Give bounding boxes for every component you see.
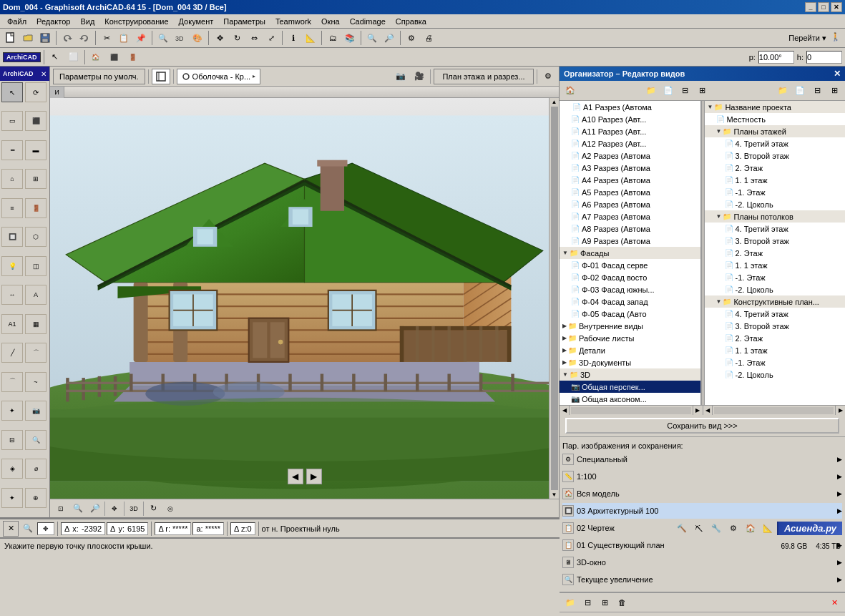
tree-r-ceilm2[interactable]: 📄 -2. Цоколь	[705, 283, 846, 295]
tool-label[interactable]: A1	[1, 314, 23, 334]
nav-right[interactable]: ▶	[306, 469, 322, 484]
tree-r-ceil3[interactable]: 📄 3. Второй этаж	[705, 235, 846, 247]
hscroll-track[interactable]	[571, 407, 691, 414]
rotate-orbit[interactable]: ↻	[145, 501, 161, 517]
menu-construct[interactable]: Конструирование	[100, 16, 172, 27]
org-view3[interactable]: ⊟	[678, 83, 693, 99]
tree-r-floor4[interactable]: 📄 4. Третий этаж	[705, 137, 846, 150]
menu-view[interactable]: Вид	[76, 16, 99, 27]
params-special[interactable]: ⚙ Специальный ▶	[562, 451, 842, 467]
tb-library[interactable]: 📚	[342, 30, 358, 46]
menu-edit[interactable]: Редактор	[32, 16, 74, 27]
tree-r-str4[interactable]: 📄 4. Третий этаж	[705, 308, 846, 320]
tree-item-interior[interactable]: ▶ 📁 Внутренние виды	[560, 320, 700, 332]
org-view4[interactable]: ⊞	[695, 83, 710, 99]
tool-arrow[interactable]: ↖	[1, 82, 23, 102]
tool-hotspot[interactable]: ✦	[1, 401, 23, 421]
tool-column[interactable]: ⬛	[25, 111, 47, 131]
org-r-view3[interactable]: ⊟	[809, 83, 825, 99]
tool-lamp[interactable]: 💡	[1, 256, 23, 276]
tree-item-f02[interactable]: 📄 Ф-02 Фасад восто	[560, 271, 700, 283]
maximize-button[interactable]: □	[818, 2, 829, 12]
tree-item-perspective[interactable]: 📷 Общая перспек...	[560, 381, 700, 393]
tree-item-a5[interactable]: 📄 А5 Разрез (Автома	[560, 186, 700, 198]
menu-cadimage[interactable]: Cadimage	[346, 16, 390, 27]
bt-r3[interactable]: 🔧	[708, 521, 724, 537]
tb-cut[interactable]: ✂	[99, 30, 114, 46]
tb-rotate[interactable]: ↻	[229, 30, 245, 46]
tree-r-str3[interactable]: 📄 3. Второй этаж	[705, 320, 846, 332]
tool-window[interactable]: 🔲	[1, 227, 23, 247]
bt-zoom[interactable]: 🔍	[20, 521, 36, 537]
save-view-button[interactable]: Сохранить вид >>>	[565, 418, 839, 434]
specs-btn3[interactable]: ⊞	[597, 595, 612, 610]
tb-redo[interactable]	[77, 30, 92, 46]
tb-render[interactable]: 🎨	[190, 30, 205, 46]
tree-r-project[interactable]: ▼ 📁 Название проекта	[705, 101, 846, 113]
tb-open[interactable]	[20, 30, 36, 46]
select-tool[interactable]: ↖	[47, 49, 63, 65]
tree-item-f03[interactable]: 📄 Ф-03 Фасад южны...	[560, 283, 700, 295]
tool-arc[interactable]: ⌒	[1, 372, 23, 392]
tree-r-ceil2[interactable]: 📄 2. Этаж	[705, 247, 846, 259]
tree-item-f04[interactable]: 📄 Ф-04 Фасад запад	[560, 295, 700, 308]
scroll-up-icon[interactable]: ▲	[551, 98, 558, 106]
org-r-view2[interactable]: 📄	[792, 83, 808, 99]
tree-r-ceil4[interactable]: 📄 4. Третий этаж	[705, 223, 846, 235]
tree-item-a7[interactable]: 📄 А7 Разрез (Автома	[560, 210, 700, 223]
tool-detail[interactable]: 🔍	[25, 430, 47, 450]
tb-move[interactable]: ✥	[212, 30, 228, 46]
p-input[interactable]	[758, 51, 794, 64]
tree-item-details[interactable]: ▶ 📁 Детали	[560, 344, 700, 356]
org-hscroll[interactable]: ◀ ▶ ◀ ▶	[560, 405, 845, 415]
tool-slab[interactable]: ▬	[25, 140, 47, 160]
tool-spline[interactable]: ~	[25, 372, 47, 392]
tree-item-f05[interactable]: 📄 Ф-05 Фасад (Авто	[560, 308, 700, 320]
pan-btn[interactable]: ✥	[107, 501, 122, 517]
tree-r-structural[interactable]: ▼ 📁 Конструктивные план...	[705, 295, 846, 308]
tool-freeshape[interactable]: ✦	[1, 488, 23, 508]
organizer-close-button[interactable]: ✕	[834, 69, 841, 79]
params-default-button[interactable]: Параметры по умолч.	[53, 69, 145, 84]
tree-item-3ddocs[interactable]: ▶ 📁 3D-документы	[560, 356, 700, 368]
settings-icon-btn[interactable]	[152, 69, 170, 84]
org-view2[interactable]: 📄	[660, 83, 676, 99]
camera-icon-1[interactable]: 📷	[393, 69, 409, 84]
tool-line[interactable]: ╱	[1, 343, 23, 363]
tree-item-a10[interactable]: 📄 А10 Разрез (Авт...	[560, 113, 700, 125]
tree-r-ceilings[interactable]: ▼ 📁 Планы потолков	[705, 210, 846, 223]
tree-item-f01[interactable]: 📄 Ф-01 Фасад серве	[560, 259, 700, 271]
tool-zone[interactable]: ◫	[25, 256, 47, 276]
tb-paste[interactable]: 📌	[133, 30, 149, 46]
toolbar-icon-extra[interactable]: ⚙	[540, 69, 556, 84]
tree-r-floorplans[interactable]: ▼ 📁 Планы этажей	[705, 125, 846, 137]
tree-item-a2[interactable]: 📄 А2 Разрез (Автома	[560, 150, 700, 162]
scroll-thumb[interactable]	[551, 107, 558, 490]
close-button[interactable]: ✕	[831, 2, 842, 12]
door-tool[interactable]: 🚪	[125, 49, 141, 65]
tool-beam[interactable]: ━	[1, 140, 23, 160]
tree-item-a6[interactable]: 📄 А6 Разрез (Автома	[560, 198, 700, 210]
zoom-out-btn[interactable]: 🔎	[87, 501, 103, 517]
tree-r-str2[interactable]: 📄 2. Этаж	[705, 332, 846, 344]
hscroll-r-right[interactable]: ▶	[835, 406, 845, 416]
menu-document[interactable]: Документ	[175, 16, 218, 27]
3d-viewport[interactable]: ▲ ▼ ◀ ▶	[50, 98, 559, 499]
scroll-down-icon[interactable]: ▼	[551, 491, 558, 499]
tree-item-a1[interactable]: 📄 А1 Разрез (Автома	[560, 101, 700, 113]
column-tool[interactable]: ⬛	[107, 49, 122, 65]
tb-mirror[interactable]: ⇔	[246, 30, 262, 46]
tb-zoom-in[interactable]: 🔍	[364, 30, 380, 46]
tb-measure[interactable]: 📐	[303, 30, 318, 46]
tool-section[interactable]: ⊟	[1, 430, 23, 450]
tool-dimension[interactable]: ↔	[1, 285, 23, 305]
params-zoom[interactable]: 🔍 Текущее увеличение ▶	[562, 572, 842, 587]
org-home[interactable]: 🏠	[562, 83, 578, 99]
tb-copy[interactable]: 📋	[116, 30, 132, 46]
tb-undo[interactable]	[59, 30, 75, 46]
tb-search[interactable]: 🔍	[155, 30, 171, 46]
params-3dwin[interactable]: 🖥 3D-окно ▶	[562, 554, 842, 570]
tree-r-strm2[interactable]: 📄 -2. Цоколь	[705, 368, 846, 381]
tree-item-a12[interactable]: 📄 А12 Разрез (Авт...	[560, 137, 700, 150]
bt-close[interactable]: ✕	[3, 521, 19, 537]
